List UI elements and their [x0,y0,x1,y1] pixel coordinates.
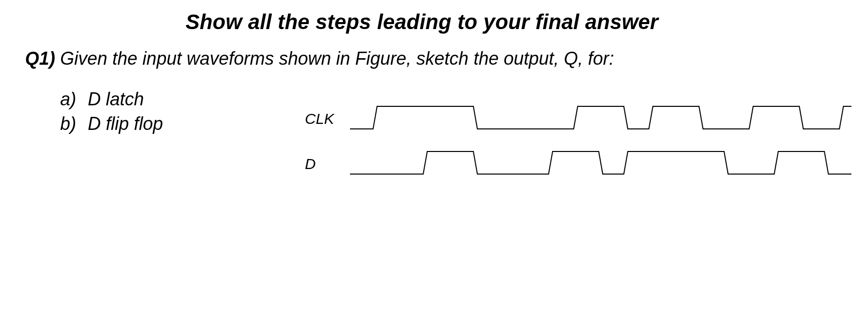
option-b-letter: b) [60,112,88,136]
clk-row: CLK [305,96,856,141]
option-a-letter: a) [60,87,88,112]
option-a-text: D latch [88,89,144,109]
page-heading: Show all the steps leading to your final… [186,10,843,34]
question-label: Q1) [25,48,55,69]
d-row: D [305,141,856,187]
option-b-text: D flip flop [88,113,163,134]
clk-waveform [350,101,851,136]
document-page: Show all the steps leading to your final… [0,0,868,314]
timing-diagram: CLK D [305,96,856,187]
clk-label: CLK [305,110,350,127]
d-waveform [350,146,851,182]
d-label: D [305,155,350,173]
question-body: Given the input waveforms shown in Figur… [55,48,614,69]
question-text: Q1) Given the input waveforms shown in F… [25,48,843,69]
